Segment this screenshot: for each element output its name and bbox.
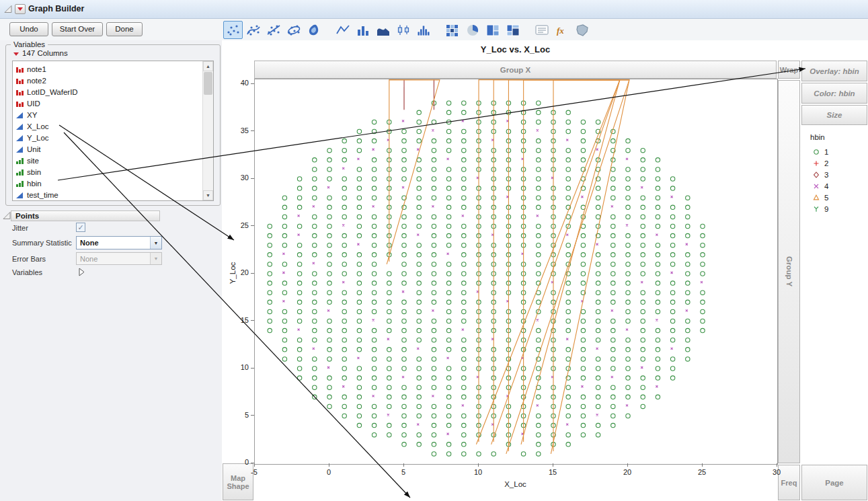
variable-item-XY[interactable]: XY [15, 109, 37, 120]
variables-scrollbar[interactable]: ▲ ▼ [202, 61, 213, 200]
jitter-checkbox[interactable]: ✓ [76, 223, 85, 232]
error-bars-dropdown[interactable]: None ▼ [76, 252, 162, 265]
page-zone[interactable]: Page [801, 465, 867, 500]
y-tick-mark [251, 415, 254, 416]
columns-count-header[interactable]: 147 Columns [22, 49, 68, 57]
map-shape-zone-label: Map Shape [225, 474, 251, 490]
scatter-plot-canvas [255, 79, 777, 464]
variable-label: X_Loc [27, 122, 49, 130]
ordinal-column-icon [15, 157, 24, 165]
area-chart-icon[interactable] [373, 21, 393, 39]
box-plot-chart-icon[interactable] [393, 21, 413, 39]
scroll-up-button[interactable]: ▲ [203, 61, 213, 71]
caption-box-chart-icon[interactable] [532, 21, 551, 39]
start-over-button[interactable]: Start Over [52, 22, 103, 36]
variable-item-site[interactable]: site [15, 155, 39, 166]
y-tick-mark [251, 320, 254, 321]
variable-item-UID[interactable]: UID [15, 98, 40, 109]
overlay-zone[interactable]: Overlay: hbin [801, 61, 867, 81]
x-tick-mark [777, 463, 777, 467]
smoother-chart-icon[interactable] [243, 21, 263, 39]
histogram-chart-icon[interactable] [413, 21, 433, 39]
formula-chart-icon[interactable]: fx [552, 21, 571, 39]
x-tick-mark [702, 463, 703, 467]
points-collapse-triangle-icon[interactable] [3, 212, 11, 220]
x-tick-mark [553, 463, 553, 467]
variable-item-X_Loc[interactable]: X_Loc [15, 120, 49, 132]
variable-label: test_time [27, 191, 58, 199]
variable-item-hbin[interactable]: hbin [15, 178, 42, 189]
x-tick-mark [403, 463, 404, 467]
legend-entry-9[interactable]: 9 [812, 203, 828, 215]
nominal-column-icon [15, 77, 24, 85]
color-zone[interactable]: Color: hbin [801, 83, 867, 104]
graph-builder-window: Graph Builder Undo Start Over Done fx Va… [0, 0, 868, 501]
freq-zone-label: Freq [781, 479, 797, 487]
group-x-zone[interactable]: Group X [254, 61, 777, 79]
done-button[interactable]: Done [106, 22, 143, 36]
size-zone-label: Size [826, 111, 842, 119]
plot-area[interactable] [254, 79, 778, 465]
variable-label: LotID_WaferID [27, 88, 78, 96]
heatmap-chart-icon[interactable] [442, 21, 462, 39]
line-of-fit-chart-icon[interactable] [264, 21, 283, 39]
group-x-zone-label: Group X [500, 66, 530, 74]
ordinal-column-icon [15, 180, 24, 188]
variable-label: hbin [27, 180, 42, 188]
variable-item-sbin[interactable]: sbin [15, 166, 41, 178]
overlay-zone-label: Overlay: hbin [810, 67, 859, 75]
points-section-header[interactable]: Points [11, 210, 160, 221]
x-tick-label: 20 [617, 468, 637, 476]
legend-entry-label: 2 [824, 159, 828, 167]
bar-chart-icon[interactable] [353, 21, 372, 39]
legend-entry-label: 5 [824, 194, 828, 202]
line-chart-icon[interactable] [333, 21, 352, 39]
group-y-zone[interactable]: Group Y [778, 80, 800, 463]
wrap-zone-label: Wrap [780, 66, 798, 74]
undo-button[interactable]: Undo [9, 22, 48, 36]
x-axis-label: X_Loc [254, 480, 777, 488]
wrap-zone[interactable]: Wrap [778, 61, 800, 79]
y-tick-mark [251, 463, 254, 463]
legend-entry-2[interactable]: 2 [812, 157, 828, 169]
x-tick-label: 0 [319, 468, 339, 476]
y-tick-label: 5 [229, 411, 249, 419]
red-triangle-menu-button[interactable] [15, 4, 26, 14]
scrollbar-thumb[interactable] [204, 72, 212, 95]
variable-item-test_time[interactable]: test_time [15, 189, 58, 200]
legend-entry-label: 3 [824, 171, 828, 179]
legend-entry-4[interactable]: 4 [812, 180, 828, 192]
dropdown-arrow-icon: ▼ [150, 237, 161, 249]
legend-title: hbin [810, 133, 825, 141]
contour-chart-icon[interactable] [304, 21, 323, 39]
points-section-title: Points [15, 212, 39, 220]
variable-item-note2[interactable]: note2 [15, 75, 46, 86]
summary-statistic-label: Summary Statistic [12, 239, 72, 247]
mosaic-chart-icon[interactable] [503, 21, 522, 39]
legend-entry-3[interactable]: 3 [812, 169, 828, 180]
legend-entry-5[interactable]: 5 [812, 192, 828, 203]
y-tick-mark [251, 83, 254, 84]
points-chart-icon[interactable] [223, 21, 243, 39]
nominal-column-icon [15, 100, 24, 108]
x-tick-mark [627, 463, 628, 467]
columns-red-triangle-icon[interactable] [13, 52, 19, 56]
scroll-down-button[interactable]: ▼ [203, 190, 213, 200]
y-tick-label: 0 [229, 458, 249, 466]
legend-plus-icon [812, 159, 821, 168]
ellipse-chart-icon[interactable] [284, 21, 303, 39]
legend-triangle-icon [812, 193, 821, 202]
pie-chart-icon[interactable] [463, 21, 482, 39]
map-shape-chart-icon[interactable] [572, 21, 592, 39]
variable-item-Y_Loc[interactable]: Y_Loc [15, 132, 49, 143]
summary-statistic-dropdown[interactable]: None ▼ [76, 236, 162, 249]
variable-item-LotID_WaferID[interactable]: LotID_WaferID [15, 86, 78, 98]
variable-item-note1[interactable]: note1 [15, 63, 46, 75]
legend-entry-1[interactable]: 1 [812, 146, 828, 157]
treemap-chart-icon[interactable] [483, 21, 502, 39]
variables-disclosure-icon[interactable] [79, 268, 85, 276]
variable-item-Unit[interactable]: Unit [15, 143, 40, 155]
y-tick-label: 15 [229, 316, 249, 324]
collapse-triangle-icon[interactable] [4, 5, 12, 13]
size-zone[interactable]: Size [801, 105, 867, 125]
